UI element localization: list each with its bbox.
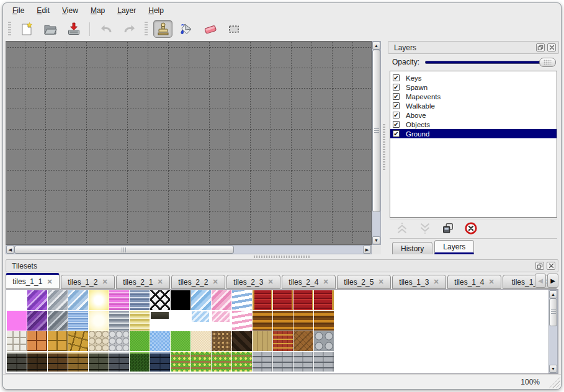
brown-plank-stripe-tile[interactable] (293, 311, 313, 331)
lightblue-glass-tile[interactable] (191, 290, 211, 310)
layer-row-spawn[interactable]: ✔Spawn (390, 82, 557, 92)
close-panel-button[interactable] (547, 262, 555, 270)
dark-gray-glass-tile[interactable] (48, 311, 68, 331)
blue-white-stripe-tile[interactable] (232, 290, 252, 310)
tab-close-icon[interactable]: ✕ (47, 278, 52, 285)
yellow-stripe-tile[interactable] (130, 311, 150, 331)
layer-row-above[interactable]: ✔Above (390, 110, 557, 120)
yellow-glow-tile[interactable] (89, 290, 109, 310)
layer-row-keys[interactable]: ✔Keys (390, 73, 557, 82)
magenta-tile[interactable] (7, 311, 27, 331)
lower-layer-button[interactable] (418, 223, 432, 236)
grass-tile[interactable] (130, 331, 150, 351)
layer-row-objects[interactable]: ✔Objects (390, 120, 557, 129)
toolbar-grip-icon[interactable] (8, 22, 11, 37)
beige-cobblestone-tile[interactable] (89, 331, 109, 351)
grass-flower-path-tile[interactable] (171, 352, 190, 372)
gray-plank-wall-tile[interactable] (314, 352, 334, 372)
hedge-tile[interactable] (130, 352, 150, 372)
tab-close-icon[interactable]: ✕ (488, 278, 494, 285)
purple-glass-tile[interactable] (27, 290, 47, 310)
orange-tile-floor[interactable] (27, 331, 47, 351)
tab-close-icon[interactable]: ✕ (212, 278, 218, 285)
tab-scroll-left-button[interactable]: ◀ (535, 274, 546, 288)
toolbar-grip-icon[interactable] (145, 22, 148, 37)
tab-close-icon[interactable]: ✕ (323, 278, 328, 285)
blue-glass-tile[interactable] (68, 290, 88, 310)
scroll-up-icon[interactable]: ▲ (549, 290, 557, 298)
tab-history[interactable]: History (392, 242, 432, 254)
close-panel-button[interactable] (547, 43, 556, 51)
small-pink-glass-tile[interactable] (212, 311, 231, 331)
gold-tile-floor[interactable] (48, 331, 68, 351)
blue-stripe-tile[interactable] (130, 290, 150, 310)
layer-visibility-checkbox[interactable]: ✔ (393, 84, 400, 91)
grass-flower-path-tile[interactable] (232, 352, 252, 372)
pink-white-stripe-tile[interactable] (232, 311, 252, 331)
scroll-down-icon[interactable]: ▼ (549, 365, 557, 373)
gold-flagstone-tile[interactable] (68, 331, 88, 351)
vertical-scroll-thumb[interactable] (372, 50, 380, 212)
wood-plank-tile[interactable] (253, 331, 272, 351)
redo-button[interactable] (120, 20, 139, 38)
layer-visibility-checkbox[interactable]: ✔ (393, 112, 400, 118)
save-button[interactable] (64, 20, 83, 38)
menu-map[interactable]: Map (85, 4, 110, 17)
tileset-tab-tiles_2_3[interactable]: tiles_2_3✕ (226, 275, 280, 289)
new-map-button[interactable] (17, 20, 36, 38)
brown-plank-stripe-tile[interactable] (314, 311, 334, 331)
gray-plank-wall-tile[interactable] (253, 352, 272, 372)
tileset-tab-tiles_1_2[interactable]: tiles_1_2✕ (61, 275, 115, 289)
tileset-tab-tiles_1_1[interactable]: tiles_1_1✕ (6, 273, 60, 289)
red-carpet-tile[interactable] (253, 290, 272, 310)
pink-glass-tile[interactable] (212, 290, 231, 310)
brown-plank-stripe-tile[interactable] (253, 311, 272, 331)
tileset-tab-tiles_2_1[interactable]: tiles_2_1✕ (116, 275, 170, 289)
small-lightblue-glass-tile[interactable] (191, 311, 211, 331)
gray-stone-brick-wall-tile[interactable] (109, 352, 129, 372)
layer-row-mapevents[interactable]: ✔Mapevents (390, 92, 557, 101)
select-tool-button[interactable] (224, 20, 243, 38)
dark-brown-brick-wall-tile[interactable] (27, 352, 47, 372)
delete-layer-button[interactable] (464, 223, 478, 236)
menu-view[interactable]: View (56, 4, 84, 17)
red-gold-brick-tile[interactable] (273, 331, 293, 351)
brown-brick-wall-tile[interactable] (48, 352, 68, 372)
brown-plank-stripe-tile[interactable] (273, 311, 293, 331)
tab-close-icon[interactable]: ✕ (102, 278, 107, 285)
sign-plaque-tile[interactable] (150, 311, 170, 331)
tileset-tab-tiles_2_5[interactable]: tiles_2_5✕ (337, 275, 391, 289)
water-tile[interactable] (150, 331, 170, 351)
tileset-tab-tiles_2_2[interactable]: tiles_2_2✕ (171, 275, 225, 289)
dark-plank-diagonal-tile[interactable] (232, 331, 252, 351)
open-button[interactable] (40, 20, 60, 38)
gray-glass-tile[interactable] (48, 290, 68, 310)
black-tile[interactable] (171, 290, 190, 310)
water-ripple-tile[interactable] (68, 311, 88, 331)
tab-layers[interactable]: Layers (434, 240, 474, 254)
resize-grip-icon[interactable] (548, 376, 560, 388)
tan-brick-wall-tile[interactable] (68, 352, 88, 372)
stone-path-tile[interactable] (7, 331, 27, 351)
tileset-tab-tiles_2_4[interactable]: tiles_2_4✕ (282, 275, 336, 289)
sand-tile[interactable] (191, 331, 211, 351)
layer-visibility-checkbox[interactable]: ✔ (393, 93, 400, 100)
tileset-vertical-scrollbar[interactable]: ▲ ▼ (548, 290, 558, 373)
map-canvas[interactable] (6, 41, 372, 245)
duplicate-layer-button[interactable] (441, 223, 455, 236)
tileset-tab-tiles_1_3[interactable]: tiles_1_3✕ (392, 275, 446, 289)
dirt-rocks-tile[interactable] (212, 331, 231, 351)
menu-file[interactable]: File (7, 4, 30, 17)
stone-rounds-tile[interactable] (314, 331, 334, 351)
scroll-right-icon[interactable]: ▶ (363, 246, 371, 254)
layer-row-ground[interactable]: ✔Ground (390, 129, 557, 138)
tab-close-icon[interactable]: ✕ (378, 278, 383, 285)
lattice-tile[interactable] (150, 290, 170, 310)
herringbone-wood-tile[interactable] (293, 331, 313, 351)
red-carpet-tile[interactable] (273, 290, 293, 310)
tileset-tab-tiles_1_4[interactable]: tiles_1_4✕ (447, 275, 501, 289)
opacity-slider-handle[interactable] (539, 58, 556, 67)
dark-purple-glass-tile[interactable] (27, 311, 47, 331)
raise-layer-button[interactable] (395, 223, 409, 236)
layer-visibility-checkbox[interactable]: ✔ (393, 74, 400, 81)
